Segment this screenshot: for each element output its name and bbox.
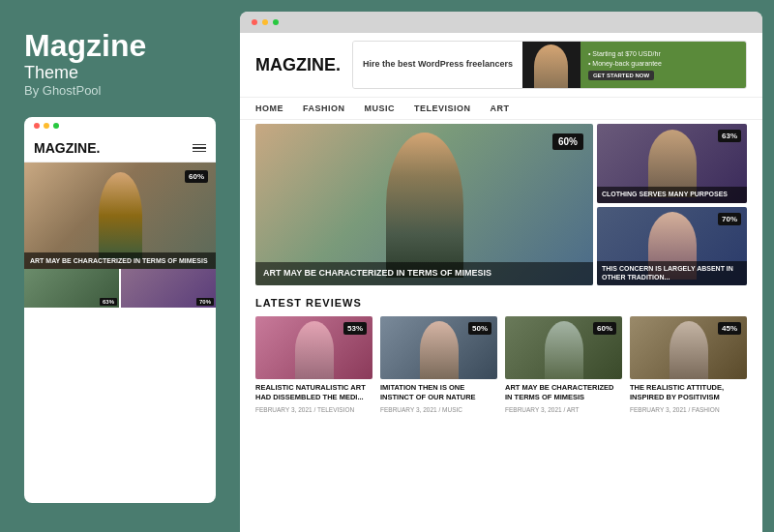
mobile-hero-badge: 60% <box>185 170 208 183</box>
hero-side-item-1: 63% CLOTHING SERVES MANY PURPOSES Partoo <box>597 124 747 203</box>
review-card-3: 60% ART MAY BE CHARACTERIZED IN TERMS OF… <box>505 316 622 413</box>
mobile-hero: 60% ART MAY BE CHARACTERIZED IN TERMS OF… <box>24 163 216 269</box>
ad-person-figure <box>534 44 568 88</box>
mobile-thumb-2-badge: 70% <box>196 298 214 306</box>
review-meta-4: FEBRUARY 3, 2021 / FASHION <box>630 406 747 413</box>
review-card-1: 53% REALISTIC NATURALISTIC ART HAD DISSE… <box>255 316 372 413</box>
ad-right-text-1: • Starting at $70 USD/hr <box>588 49 661 59</box>
brand-subtitle: Theme <box>24 63 216 83</box>
review-title-3: ART MAY BE CHARACTERIZED IN TERMS OF MIM… <box>505 383 622 402</box>
browser-dot-red <box>252 19 257 25</box>
hero-side-caption-2: THIS CONCERN IS LARGELY ABSENT IN OTHER … <box>597 261 747 285</box>
browser-dot-green <box>273 19 279 25</box>
review-figure-1 <box>295 321 334 379</box>
ad-left: Hire the best WordPress freelancers <box>353 42 522 88</box>
hero-main-badge: 60% <box>552 133 583 150</box>
mobile-bottom-row: 63% 70% <box>24 269 216 308</box>
review-thumb-3: 60% <box>505 316 622 379</box>
review-figure-3 <box>545 321 583 379</box>
hero-section: 60% ART MAY BE CHARACTERIZED IN TERMS OF… <box>240 120 762 289</box>
hero-side-item-2: 70% THIS CONCERN IS LARGELY ABSENT IN OT… <box>597 207 747 286</box>
mobile-thumb-1-badge: 63% <box>100 298 117 306</box>
dot-yellow <box>44 123 49 129</box>
browser-content: MAGZINE. Hire the best WordPress freelan… <box>240 33 762 532</box>
mobile-hero-figure <box>99 172 142 259</box>
browser-bar <box>240 12 762 33</box>
review-title-4: THE REALISTIC ATTITUDE, INSPIRED BY POSI… <box>630 383 747 402</box>
nav-television[interactable]: TELEVISION <box>414 103 471 113</box>
review-thumb-4: 45% <box>630 316 747 379</box>
review-meta-2: FEBRUARY 3, 2021 / MUSIC <box>380 406 497 413</box>
ad-middle <box>522 42 580 88</box>
nav-music[interactable]: MUSIC <box>365 103 396 113</box>
ad-banner: Hire the best WordPress freelancers • St… <box>352 41 747 89</box>
review-card-2: 50% IMITATION THEN IS ONE INSTINCT OF OU… <box>380 316 497 413</box>
mobile-logo: MAGZINE. <box>34 140 100 156</box>
ad-right-text-2: • Money-back guarantee <box>588 59 662 69</box>
ad-left-text: Hire the best WordPress freelancers <box>363 59 513 71</box>
mobile-mockup: MAGZINE. 60% ART MAY BE CHARACTERIZED IN… <box>24 117 216 503</box>
hero-side-badge-2: 70% <box>718 213 741 225</box>
review-meta-3: FEBRUARY 3, 2021 / ART <box>505 406 622 413</box>
review-figure-2 <box>420 321 459 379</box>
reviews-section: LATEST REVIEWS 53% REALISTIC NATURALISTI… <box>240 289 762 532</box>
brand-title: Magzine <box>24 29 216 63</box>
dot-red <box>34 123 40 129</box>
ad-right: • Starting at $70 USD/hr • Money-back gu… <box>580 42 746 88</box>
dot-green <box>53 123 59 129</box>
ad-get-started-button[interactable]: GET STARTED NOW <box>588 71 654 80</box>
review-badge-3: 60% <box>593 322 616 335</box>
nav-art[interactable]: ART <box>491 103 510 113</box>
hero-sidebar: 63% CLOTHING SERVES MANY PURPOSES Partoo… <box>597 124 747 285</box>
brand-by: By GhostPool <box>24 83 216 98</box>
site-nav: HOME FASHION MUSIC TELEVISION ART <box>240 98 762 120</box>
left-panel: Magzine Theme By GhostPool MAGZINE. 60% … <box>0 0 240 532</box>
browser-dot-yellow <box>262 19 268 25</box>
mobile-hero-caption: ART MAY BE CHARACTERIZED IN TERMS OF MIM… <box>24 252 216 269</box>
nav-home[interactable]: HOME <box>255 103 283 113</box>
review-badge-1: 53% <box>343 322 367 335</box>
hero-main-figure <box>386 133 463 278</box>
hero-main-caption: ART MAY BE CHARACTERIZED IN TERMS OF MIM… <box>255 262 593 285</box>
review-title-2: IMITATION THEN IS ONE INSTINCT OF OUR NA… <box>380 383 497 402</box>
reviews-title: LATEST REVIEWS <box>255 297 747 309</box>
review-badge-4: 45% <box>718 322 741 335</box>
review-thumb-1: 53% <box>255 316 372 379</box>
review-badge-2: 50% <box>468 322 491 335</box>
right-panel: MAGZINE. Hire the best WordPress freelan… <box>240 12 762 532</box>
hero-main-image <box>255 124 593 285</box>
review-meta-1: FEBRUARY 3, 2021 / TELEVISION <box>255 406 372 413</box>
hero-main: 60% ART MAY BE CHARACTERIZED IN TERMS OF… <box>255 124 593 285</box>
site-header: MAGZINE. Hire the best WordPress freelan… <box>240 33 762 98</box>
brand-block: Magzine Theme By GhostPool <box>24 29 216 98</box>
mobile-nav: MAGZINE. <box>24 134 216 163</box>
hero-side-badge-1: 63% <box>718 130 741 142</box>
reviews-grid: 53% REALISTIC NATURALISTIC ART HAD DISSE… <box>255 316 747 413</box>
hero-side-caption-1: CLOTHING SERVES MANY PURPOSES <box>597 187 747 202</box>
mobile-browser-bar <box>24 117 216 134</box>
review-card-4: 45% THE REALISTIC ATTITUDE, INSPIRED BY … <box>630 316 747 413</box>
mobile-thumb-1: 63% <box>24 269 119 308</box>
review-thumb-2: 50% <box>380 316 497 379</box>
nav-fashion[interactable]: FASHION <box>303 103 345 113</box>
review-title-1: REALISTIC NATURALISTIC ART HAD DISSEMBLE… <box>255 383 372 402</box>
site-logo: MAGZINE. <box>255 55 341 75</box>
mobile-thumb-2: 70% <box>119 269 216 308</box>
hamburger-icon[interactable] <box>193 144 206 153</box>
review-figure-4 <box>670 321 708 379</box>
